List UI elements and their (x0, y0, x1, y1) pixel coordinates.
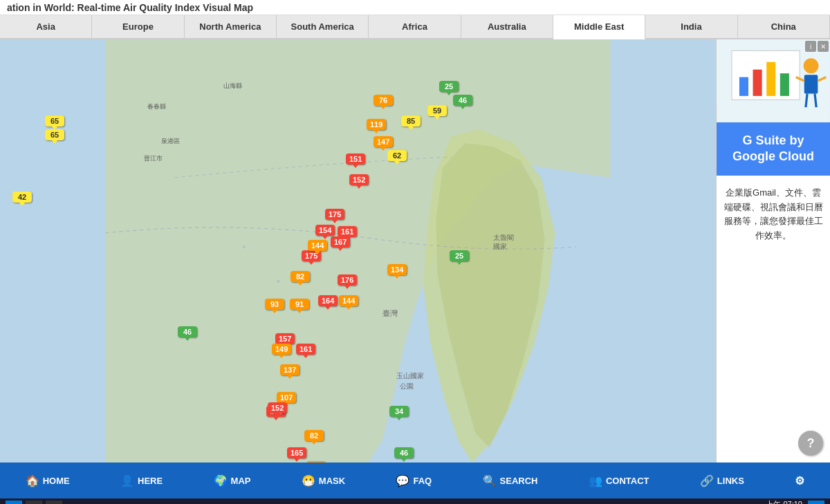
taskbar-chrome[interactable]: 🌐 (46, 501, 62, 504)
aqi-marker-m37[interactable]: 164 (318, 295, 338, 306)
nav-links[interactable]: 🔗 LINKS (694, 471, 750, 491)
aqi-marker-m39[interactable]: 107 (277, 392, 296, 403)
aqi-marker-m18[interactable]: 46 (178, 326, 197, 337)
aqi-marker-m25[interactable]: 82 (304, 430, 324, 441)
aqi-marker-m22[interactable]: 137 (280, 364, 299, 375)
contact-icon: 👥 (589, 474, 602, 487)
aqi-marker-m32[interactable]: 59 (427, 105, 447, 116)
nav-search[interactable]: 🔍 SEARCH (477, 471, 544, 491)
svg-text:泉港區: 泉港區 (161, 138, 180, 144)
aqi-marker-m4[interactable]: 76 (374, 95, 393, 106)
tab-south-america[interactable]: South America (277, 15, 369, 38)
taskbar-explorer[interactable]: 📁 (26, 501, 42, 504)
home-icon: 🏠 (26, 474, 39, 487)
svg-text:太魯閣: 太魯閣 (493, 234, 514, 241)
taskbar-left: ⊞ 📁 🌐 (6, 501, 62, 504)
aqi-marker-m40[interactable]: 152 (268, 402, 287, 413)
svg-text:春春縣: 春春縣 (147, 103, 166, 110)
aqi-marker-m6[interactable]: 147 (374, 136, 393, 147)
aqi-marker-m10[interactable]: 161 (338, 226, 357, 237)
svg-point-18 (804, 58, 819, 73)
map-svg: 臺灣 玉山國家 公園 太魯閣 國家 山海縣 春春縣 泉港區 晉江市 (0, 39, 716, 463)
svg-text:公園: 公園 (400, 382, 414, 390)
tab-india[interactable]: India (645, 15, 737, 38)
ad-image (717, 39, 830, 122)
ad-info-icon[interactable]: i (805, 41, 816, 52)
ad-text: 企業版Gmail、文件、雲端硬碟、視訊會議和日曆服務等，讓您發揮最佳工作效率。 (717, 176, 830, 254)
aqi-marker-m35[interactable]: 154 (315, 225, 335, 236)
aqi-marker-m33[interactable]: 85 (401, 115, 421, 127)
nav-mask[interactable]: 😷 MASK (296, 471, 351, 491)
svg-text:臺灣: 臺灣 (382, 309, 398, 317)
aqi-marker-m7[interactable]: 151 (346, 153, 365, 165)
time-display: 上午 07:10 (766, 499, 802, 504)
links-icon: 🔗 (700, 474, 714, 487)
svg-line-22 (806, 94, 807, 108)
aqi-marker-m13[interactable]: 82 (290, 271, 310, 282)
svg-text:山海縣: 山海縣 (223, 82, 242, 89)
aqi-marker-m20[interactable]: 149 (272, 344, 291, 355)
nav-settings[interactable]: ⚙ (789, 471, 810, 491)
aqi-marker-m42[interactable]: 62 (387, 150, 407, 161)
tab-middle-east[interactable]: Middle East (553, 15, 645, 39)
tab-china[interactable]: China (738, 15, 830, 38)
page-title: ation in World: Real-time Air Quality In… (0, 0, 830, 15)
aqi-marker-m5[interactable]: 119 (367, 119, 386, 130)
aqi-marker-m31[interactable]: 46 (453, 95, 472, 106)
aqi-marker-m38[interactable]: 144 (339, 295, 358, 306)
settings-icon: ⚙ (795, 474, 804, 487)
svg-point-2 (277, 280, 280, 283)
ad-illustration (717, 39, 830, 122)
aqi-marker-m27[interactable]: 139 (306, 461, 326, 463)
svg-rect-14 (739, 77, 748, 96)
nav-contact[interactable]: 👥 CONTACT (583, 471, 655, 491)
aqi-marker-m30[interactable]: 25 (439, 81, 459, 92)
search-icon: 🔍 (483, 474, 497, 487)
aqi-marker-m14[interactable]: 176 (338, 274, 357, 286)
nav-home[interactable]: 🏠 HOME (20, 471, 75, 491)
aqi-marker-m3[interactable]: 42 (12, 192, 32, 203)
aqi-marker-m11[interactable]: 167 (331, 236, 350, 248)
nav-map[interactable]: 🌍 MAP (208, 471, 257, 491)
svg-rect-16 (766, 62, 775, 96)
tab-asia[interactable]: Asia (0, 15, 92, 38)
mask-icon: 😷 (302, 474, 315, 487)
aqi-marker-m9[interactable]: 175 (325, 209, 344, 220)
svg-line-23 (815, 94, 816, 108)
tab-north-america[interactable]: North America (185, 15, 277, 38)
tab-africa[interactable]: Africa (369, 15, 461, 38)
nav-here[interactable]: 👤 HERE (115, 471, 168, 491)
help-button[interactable]: ? (798, 431, 823, 456)
aqi-marker-m2[interactable]: 65 (45, 129, 64, 140)
aqi-marker-m26[interactable]: 165 (287, 447, 306, 458)
time-date-display: 上午 07:10 2018/1/4 (766, 499, 802, 504)
aqi-marker-m29[interactable]: 46 (394, 447, 414, 458)
taskbar-right: ▲ 🔋 📶 🔊 中 上午 07:10 2018/1/4 💬 (702, 499, 824, 504)
aqi-marker-m19[interactable]: 157 (275, 333, 295, 344)
svg-text:晉江市: 晉江市 (144, 155, 163, 162)
aqi-marker-m21[interactable]: 161 (296, 344, 315, 355)
windows-button[interactable]: ⊞ (6, 501, 22, 504)
tab-europe[interactable]: Europe (92, 15, 184, 38)
taskbar: ⊞ 📁 🌐 ▲ 🔋 📶 🔊 中 上午 07:10 2018/1/4 💬 (0, 498, 830, 504)
ad-brand: G Suite by Google Cloud (717, 122, 830, 176)
aqi-marker-m1[interactable]: 65 (45, 115, 64, 127)
aqi-marker-m36[interactable]: 144 (308, 240, 327, 251)
aqi-marker-m34[interactable]: 25 (450, 250, 469, 261)
nav-faq[interactable]: 💬 FAQ (390, 471, 437, 491)
tab-australia[interactable]: Australia (461, 15, 553, 38)
bottom-nav: 🏠 HOME 👤 HERE 🌍 MAP 😷 MASK 💬 FAQ 🔍 SEARC… (0, 463, 830, 498)
aqi-marker-m15[interactable]: 134 (387, 264, 407, 275)
ad-panel: i ✕ (716, 39, 830, 463)
aqi-marker-m8[interactable]: 152 (349, 174, 369, 185)
faq-icon: 💬 (396, 474, 409, 487)
aqi-marker-m17[interactable]: 91 (290, 299, 309, 310)
map-icon: 🌍 (214, 474, 228, 487)
here-icon: 👤 (120, 474, 134, 487)
ad-close-button[interactable]: ✕ (818, 41, 829, 52)
aqi-marker-m16[interactable]: 93 (265, 299, 284, 310)
aqi-marker-m24[interactable]: 34 (389, 406, 409, 417)
region-tabs: Asia Europe North America South America … (0, 15, 830, 39)
map-container[interactable]: 臺灣 玉山國家 公園 太魯閣 國家 山海縣 春春縣 泉港區 晉江市 656542… (0, 39, 716, 463)
taskbar-notifications[interactable]: 💬 (808, 501, 824, 504)
